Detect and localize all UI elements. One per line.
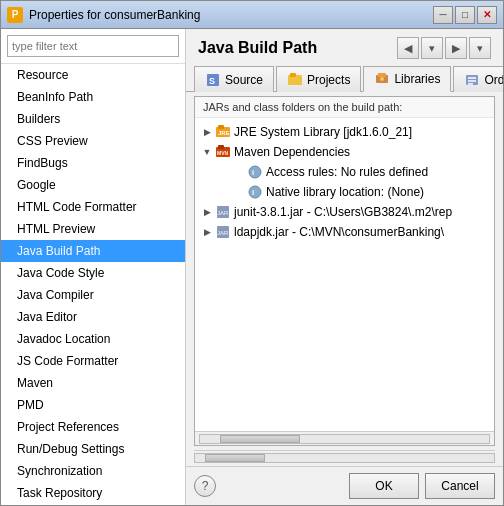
tabs-row: S Source Projects [186,63,503,92]
svg-text:i: i [252,168,254,177]
source-tab-icon: S [205,72,221,88]
filter-box [1,29,185,64]
jre-toggle-icon[interactable]: ▶ [199,124,215,140]
sidebar-item-css-preview[interactable]: CSS Preview [1,130,185,152]
back-button[interactable]: ◀ [397,37,419,59]
back-dropdown-button[interactable]: ▾ [421,37,443,59]
sidebar-item-java-editor[interactable]: Java Editor [1,306,185,328]
tree-item-access-rules[interactable]: i Access rules: No rules defined [195,162,494,182]
sidebar-item-google[interactable]: Google [1,174,185,196]
svg-point-17 [249,166,261,178]
sidebar-item-project-references[interactable]: Project References [1,416,185,438]
svg-text:JAR: JAR [217,230,229,236]
close-button[interactable]: ✕ [477,6,497,24]
forward-button[interactable]: ▶ [445,37,467,59]
maven-toggle-icon[interactable]: ▼ [199,144,215,160]
ok-button[interactable]: OK [349,473,419,499]
tab-source[interactable]: S Source [194,66,274,92]
tab-projects[interactable]: Projects [276,66,361,92]
tree-item-native-lib[interactable]: i Native library location: (None) [195,182,494,202]
junit-jar-icon: JAR [215,204,231,220]
jre-label: JRE System Library [jdk1.6.0_21] [234,123,412,141]
sidebar: Resource BeanInfo Path Builders CSS Prev… [1,29,186,505]
libraries-tab-icon [374,71,390,87]
sidebar-item-run-debug[interactable]: Run/Debug Settings [1,438,185,460]
ldapjdk-jar-toggle[interactable]: ▶ [199,224,215,240]
main-panel: Java Build Path ◀ ▾ ▶ ▾ S Source [186,29,503,505]
sidebar-item-synchronization[interactable]: Synchronization [1,460,185,482]
tree-item-jre[interactable]: ▶ JRE JRE System Library [jdk1.6.0_21] [195,122,494,142]
cancel-button[interactable]: Cancel [425,473,495,499]
sidebar-item-html-preview[interactable]: HTML Preview [1,218,185,240]
tree-item-maven[interactable]: ▼ MVN Maven Dependencies [195,142,494,162]
svg-point-19 [249,186,261,198]
main-title: Java Build Path [198,39,317,57]
maven-label: Maven Dependencies [234,143,350,161]
forward-dropdown-button[interactable]: ▾ [469,37,491,59]
sidebar-item-task-repository[interactable]: Task Repository [1,482,185,504]
filter-input[interactable] [7,35,179,57]
access-rules-label: Access rules: No rules defined [266,163,428,181]
nav-toolbar: ◀ ▾ ▶ ▾ [397,37,491,59]
svg-text:MVN: MVN [217,150,229,156]
sidebar-item-java-build-path[interactable]: Java Build Path [1,240,185,262]
junit-jar-label: junit-3.8.1.jar - C:\Users\GB3824\.m2\re… [234,203,452,221]
sidebar-item-resource[interactable]: Resource [1,64,185,86]
svg-point-6 [380,77,384,81]
tab-order[interactable]: Order [453,66,503,92]
junit-jar-toggle[interactable]: ▶ [199,204,215,220]
tree-item-ldapjdk-jar[interactable]: ▶ JAR ldapjdk.jar - C:\MVN\consumerBanki… [195,222,494,242]
footer: ? OK Cancel [186,466,503,505]
sidebar-item-task-tags[interactable]: Task Tags [1,504,185,505]
sidebar-item-html-formatter[interactable]: HTML Code Formatter [1,196,185,218]
svg-rect-3 [290,73,296,77]
svg-text:JAR: JAR [217,210,229,216]
access-rules-toggle [231,164,247,180]
native-lib-toggle [231,184,247,200]
maven-icon: MVN [215,144,231,160]
window-title: Properties for consumerBanking [29,8,433,22]
svg-rect-12 [218,125,224,129]
minimize-button[interactable]: ─ [433,6,453,24]
sidebar-item-findbugs[interactable]: FindBugs [1,152,185,174]
sidebar-item-pmd[interactable]: PMD [1,394,185,416]
bottom-scrollbar[interactable] [194,450,495,464]
main-header: Java Build Path ◀ ▾ ▶ ▾ [186,29,503,63]
access-rules-icon: i [247,164,263,180]
order-tab-icon [464,72,480,88]
svg-text:i: i [252,188,254,197]
svg-text:JRE: JRE [218,130,230,136]
tree-content: ▶ JRE JRE System Library [jdk1.6.0_21] [195,118,494,431]
sidebar-item-maven[interactable]: Maven [1,372,185,394]
sidebar-item-js-formatter[interactable]: JS Code Formatter [1,350,185,372]
window-icon: P [7,7,23,23]
tree-item-junit-jar[interactable]: ▶ JAR junit-3.8.1.jar - C:\Users\GB3824\… [195,202,494,222]
window-controls: ─ □ ✕ [433,6,497,24]
ldapjdk-jar-icon: JAR [215,224,231,240]
title-bar: P Properties for consumerBanking ─ □ ✕ [1,1,503,29]
svg-rect-5 [378,73,386,77]
tree-panel: JARs and class folders on the build path… [194,96,495,446]
sidebar-item-beaninfo[interactable]: BeanInfo Path [1,86,185,108]
tree-description: JARs and class folders on the build path… [195,97,494,118]
jre-icon: JRE [215,124,231,140]
sidebar-item-javadoc[interactable]: Javadoc Location [1,328,185,350]
properties-window: P Properties for consumerBanking ─ □ ✕ R… [0,0,504,506]
tab-libraries[interactable]: Libraries [363,66,451,92]
svg-text:S: S [209,76,215,86]
sidebar-item-java-compiler[interactable]: Java Compiler [1,284,185,306]
native-lib-label: Native library location: (None) [266,183,424,201]
sidebar-item-builders[interactable]: Builders [1,108,185,130]
maximize-button[interactable]: □ [455,6,475,24]
projects-tab-icon [287,72,303,88]
tree-h-scrollbar[interactable] [195,431,494,445]
content-area: Resource BeanInfo Path Builders CSS Prev… [1,29,503,505]
ldapjdk-jar-label: ldapjdk.jar - C:\MVN\consumerBanking\ [234,223,444,241]
sidebar-list: Resource BeanInfo Path Builders CSS Prev… [1,64,185,505]
svg-rect-15 [218,145,224,149]
native-lib-icon: i [247,184,263,200]
help-button[interactable]: ? [194,475,216,497]
sidebar-item-java-code-style[interactable]: Java Code Style [1,262,185,284]
